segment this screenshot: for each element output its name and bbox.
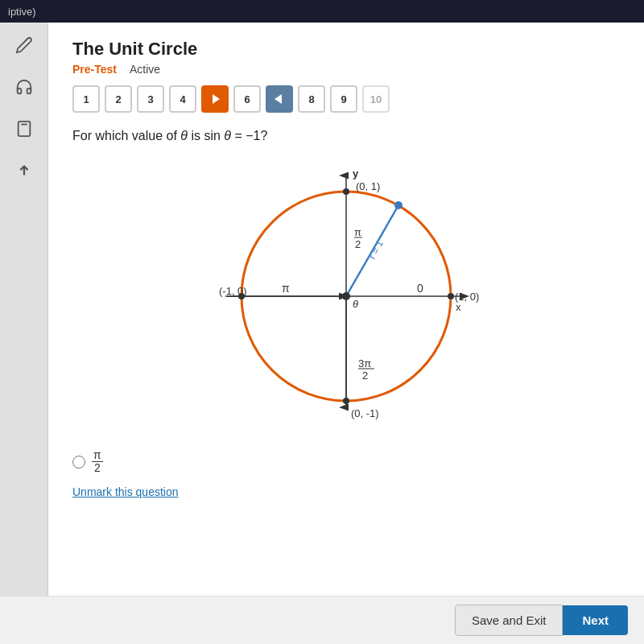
nav-btn-4[interactable]: 4: [169, 85, 196, 113]
nav-btn-5[interactable]: [201, 85, 229, 113]
svg-text:y: y: [353, 167, 359, 180]
unit-circle-svg: (0, 1) x (1, 0) (0, -1) (-1, 0) π 2 π: [201, 159, 491, 433]
svg-text:π: π: [282, 282, 290, 295]
svg-text:2: 2: [355, 238, 361, 250]
fraction-denominator: 2: [93, 462, 102, 474]
answer-text-pi2: π 2: [92, 449, 103, 475]
nav-btn-10[interactable]: 10: [362, 85, 390, 113]
svg-text:r = 1: r = 1: [366, 238, 386, 261]
bottom-bar: Save and Exit Next: [0, 596, 644, 644]
svg-text:2: 2: [362, 369, 368, 382]
answer-radio-pi2[interactable]: [72, 456, 85, 469]
page-title: The Unit Circle: [72, 39, 620, 60]
answer-option-pi2: π 2: [72, 449, 620, 475]
svg-point-24: [343, 398, 349, 404]
nav-btn-3[interactable]: 3: [137, 85, 164, 113]
left-sidebar: [0, 23, 48, 596]
svg-text:(-1, 0): (-1, 0): [219, 285, 247, 297]
nav-btn-1[interactable]: 1: [72, 85, 100, 113]
active-label: Active: [130, 63, 160, 76]
svg-rect-0: [18, 122, 30, 136]
pencil-icon[interactable]: [10, 31, 39, 60]
pretest-label: Pre-Test: [72, 63, 117, 76]
svg-text:(1, 0): (1, 0): [455, 291, 479, 303]
svg-point-20: [394, 201, 402, 209]
svg-text:θ: θ: [353, 298, 358, 310]
svg-text:(0, 1): (0, 1): [356, 180, 380, 192]
nav-btn-7[interactable]: [266, 85, 293, 113]
svg-text:(0, -1): (0, -1): [351, 407, 379, 419]
svg-point-23: [448, 293, 454, 299]
question-nav: 1 2 3 4 6 8 9 10: [72, 85, 620, 113]
fraction-numerator: π: [92, 449, 103, 462]
save-exit-button[interactable]: Save and Exit: [455, 605, 564, 636]
question-text: For which value of θ is sin θ = −1?: [72, 129, 620, 143]
nav-btn-8[interactable]: 8: [298, 85, 325, 113]
upload-icon[interactable]: [10, 156, 39, 185]
circle-diagram: (0, 1) x (1, 0) (0, -1) (-1, 0) π 2 π: [72, 159, 620, 433]
nav-btn-9[interactable]: 9: [330, 85, 357, 113]
status-row: Pre-Test Active: [72, 63, 620, 76]
top-bar: iptive): [0, 0, 644, 23]
content-area: The Unit Circle Pre-Test Active 1 2 3 4 …: [0, 23, 644, 596]
svg-point-22: [343, 188, 349, 195]
calculator-icon[interactable]: [10, 114, 39, 143]
svg-marker-13: [275, 94, 282, 104]
svg-text:0: 0: [417, 282, 423, 295]
svg-text:3π: 3π: [358, 357, 371, 369]
fraction-pi2: π 2: [92, 449, 103, 475]
next-button[interactable]: Next: [563, 605, 628, 635]
main-container: The Unit Circle Pre-Test Active 1 2 3 4 …: [0, 23, 644, 644]
nav-btn-6[interactable]: 6: [233, 85, 261, 113]
top-bar-text: iptive): [8, 6, 36, 18]
svg-point-21: [342, 292, 350, 300]
headphone-icon[interactable]: [10, 72, 39, 101]
svg-text:x: x: [456, 301, 461, 313]
unmark-section: Unmark this question: [72, 485, 620, 499]
unmark-link[interactable]: Unmark this question: [72, 485, 179, 498]
svg-marker-12: [213, 94, 220, 104]
svg-text:π: π: [354, 226, 361, 238]
main-content: The Unit Circle Pre-Test Active 1 2 3 4 …: [48, 23, 644, 596]
nav-btn-2[interactable]: 2: [105, 85, 132, 113]
